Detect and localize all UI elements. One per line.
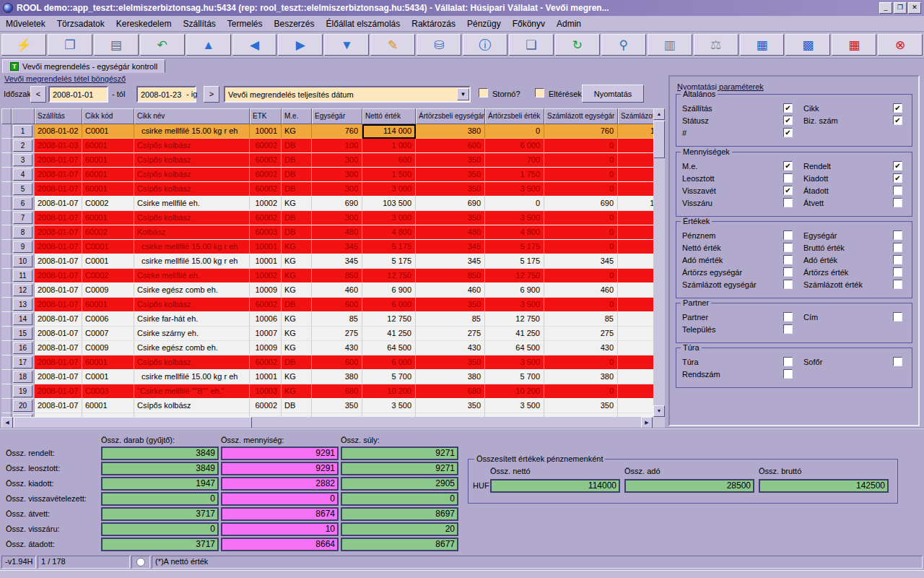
cell[interactable]: 64 500 [618,341,653,355]
row-number-button[interactable]: 5 [13,183,32,195]
cell[interactable]: 300 [312,211,362,225]
cell[interactable]: 380 [416,124,485,139]
cell[interactable]: 430 [416,341,485,355]
cell[interactable]: C0001 [82,370,134,384]
cell[interactable]: 690 [416,197,485,211]
cell[interactable]: 2008-01-07 [35,254,82,269]
cell[interactable]: Kolbász [134,225,250,240]
cell[interactable]: Csirke egész comb eh. [134,341,250,355]
cell[interactable]: 6 000 [362,355,416,370]
cell[interactable]: DB [282,139,312,153]
menu-item-t-rzsadatok[interactable]: Törzsadatok [51,17,110,31]
cell[interactable] [618,269,653,283]
cell[interactable]: 430 [312,341,362,355]
row-number-button[interactable]: 8 [13,226,32,238]
cell[interactable]: 5 175 [485,240,544,254]
cell[interactable]: C0001 [82,254,134,269]
checkbox--[interactable]: ✔ [783,128,793,137]
cell[interactable] [618,240,653,254]
cell[interactable]: 60002 [250,153,282,168]
row-number-button[interactable]: 14 [13,313,32,325]
checkbox-brutt-rt-k[interactable] [893,243,902,252]
cell[interactable]: csirke mellfilé 15.00 kg r eh [134,124,250,139]
cell[interactable]: KG [282,283,312,298]
toolbar-refresh-button[interactable]: ↻ [555,34,600,56]
cell[interactable]: 64 500 [485,341,544,355]
row-number-button[interactable]: 9 [13,241,32,253]
cell[interactable]: 114 000 [618,124,653,139]
cell[interactable]: 350 [544,399,618,413]
cell[interactable]: DB [282,298,312,312]
checkbox-sof-r[interactable] [893,357,902,366]
row-number-button[interactable]: 20 [13,400,32,412]
menu-item-sz-ll-t-s[interactable]: Szállítás [177,17,221,31]
cell[interactable]: 2008-01-07 [35,269,82,283]
cell[interactable]: 6 900 [485,283,544,298]
cell[interactable]: Csípős kolbász [134,399,250,413]
cell[interactable]: 85 [312,312,362,327]
date-type-combo[interactable]: Vevői megrendelés teljesítés dátum ▼ [224,86,471,103]
cell[interactable]: 3 000 [362,211,416,225]
cell[interactable]: 4 800 [485,225,544,240]
cell[interactable]: C0009 [82,341,134,355]
menu-item-beszerz-s[interactable]: Beszerzés [269,17,321,31]
cell[interactable]: DB [282,211,312,225]
cell[interactable]: C0007 [82,327,134,341]
cell[interactable]: KG [282,240,312,254]
cell[interactable]: 10002 [250,197,282,211]
chevron-down-icon[interactable]: ▼ [457,88,469,100]
checkbox-rendelt[interactable]: ✔ [893,161,902,171]
cell[interactable]: 60001 [82,355,134,370]
cell[interactable]: 12 750 [362,312,416,327]
cell[interactable]: 6 000 [362,298,416,312]
cell[interactable]: Csípős kolbász [134,211,250,225]
column-header-9[interactable]: Ártörzsbeli érték [485,108,544,124]
cell[interactable]: DB [282,168,312,182]
cell[interactable]: 345 [544,254,618,269]
row-number-button[interactable]: 12 [13,284,32,296]
toolbar-edit-button[interactable]: ✎ [370,34,415,56]
cell[interactable]: KG [282,254,312,269]
cell[interactable]: 2008-01-07 [35,298,82,312]
checkbox-kiadott[interactable]: ✔ [893,173,902,183]
cell[interactable]: 10 200 [362,384,416,399]
row-number-button[interactable]: 4 [13,168,32,181]
cell[interactable]: 350 [416,399,485,413]
cell[interactable]: KG [282,384,312,399]
toolbar-form-view-button[interactable]: ❏ [509,34,554,56]
row-number-button[interactable]: 7 [13,212,32,224]
cell[interactable]: 600 [312,298,362,312]
cell[interactable]: 0 [544,182,618,197]
cell[interactable]: Csípős kolbász [134,139,250,153]
cell[interactable]: 41 250 [362,327,416,341]
row-number-button[interactable]: 18 [13,371,32,383]
toolbar-first-record-button[interactable]: ▲ [186,34,231,56]
cell[interactable]: 600 [312,355,362,370]
cell[interactable]: 64 500 [362,341,416,355]
cell[interactable]: 60001 [82,168,134,182]
cell[interactable]: 300 [312,182,362,197]
row-number-button[interactable]: 13 [13,298,32,311]
cell[interactable]: 10009 [250,341,282,355]
cell[interactable]: Csirke far-hát eh. [134,312,250,327]
cell[interactable]: Csípős kolbász [134,355,250,370]
cell[interactable]: 2008-01-07 [35,225,82,240]
scroll-right-icon[interactable]: ▶ [641,417,653,428]
cell[interactable]: 380 [544,370,618,384]
menu-item-p-nz-gy[interactable]: Pénzügy [461,17,507,31]
vertical-scroll-thumb[interactable] [653,121,665,158]
checkbox-biz-sz-m[interactable]: ✔ [893,116,902,125]
toolbar-page-setup-button[interactable]: ▥ [648,34,692,56]
cell[interactable]: 60002 [250,168,282,182]
cell[interactable]: 1 000 [362,139,416,153]
minimize-button[interactable]: _ [879,2,892,14]
cell[interactable]: KG [282,327,312,341]
cell[interactable]: DB [282,225,312,240]
cell[interactable]: 275 [544,327,618,341]
column-header-11[interactable]: Számlázott érték [618,108,653,124]
cell[interactable]: 760 [544,124,618,139]
column-header-5[interactable]: M.e. [282,108,312,124]
cell[interactable]: 5 175 [485,254,544,269]
checkbox-c-m[interactable] [893,312,902,322]
cell[interactable]: 3 500 [485,399,544,413]
